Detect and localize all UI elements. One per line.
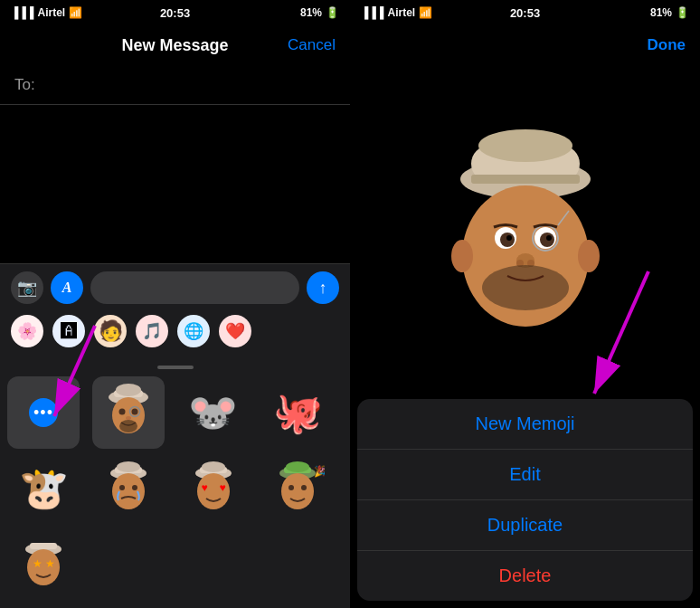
appstore2-icon: 🅰 [61, 322, 77, 341]
emoji-drawer: ••• [0, 358, 350, 608]
battery-icon: 🔋 [326, 6, 339, 19]
left-panel: ▐▐▐ Airtel 📶 20:53 81% 🔋 New Message Can… [0, 0, 350, 608]
left-battery: 81% 🔋 [300, 6, 339, 19]
emoji-grid: ••• [7, 376, 343, 601]
appstore-button[interactable]: A [51, 271, 83, 304]
mouse-memoji-cell[interactable]: 🐭 [177, 376, 250, 449]
memoji-avatar-small [101, 381, 156, 444]
right-battery: 81% 🔋 [650, 6, 689, 19]
toolbar-row2: 🌸 🅰 🧑 🎵 🌐 ❤️ [11, 311, 339, 351]
right-wifi-icon: 📶 [419, 6, 432, 19]
camera-icon: 📷 [17, 278, 37, 298]
globe-icon: 🌐 [184, 321, 203, 341]
globe-button[interactable]: 🌐 [177, 315, 210, 347]
right-panel: ▐▐▐ Airtel 📶 20:53 81% 🔋 Done [350, 0, 700, 608]
hearteyes-memoji-cell[interactable]: ♥ ♥ [177, 452, 250, 525]
left-time: 20:53 [160, 6, 190, 20]
carrier-name: Airtel [38, 6, 66, 19]
to-label: To: [14, 76, 35, 94]
appstore2-button[interactable]: 🅰 [52, 315, 85, 347]
svg-point-25 [289, 485, 294, 490]
right-status-bar: ▐▐▐ Airtel 📶 20:53 81% 🔋 [350, 0, 700, 25]
party-memoji-cell[interactable]: 🎉 [261, 452, 334, 525]
svg-text:★: ★ [45, 557, 55, 570]
crying-memoji-cell[interactable] [92, 452, 165, 525]
left-carrier: ▐▐▐ Airtel 📶 [11, 6, 82, 19]
done-button[interactable]: Done [648, 36, 686, 54]
svg-point-39 [451, 240, 473, 272]
wifi-icon: 📶 [69, 6, 82, 19]
heart-button[interactable]: ❤️ [219, 315, 251, 347]
right-carrier: ▐▐▐ Airtel 📶 [361, 6, 432, 19]
svg-text:♥: ♥ [219, 481, 225, 494]
svg-point-4 [118, 409, 125, 415]
more-emoji-button[interactable]: ••• [7, 376, 80, 449]
svg-rect-29 [30, 543, 57, 549]
cow-emoji: 🐮 [19, 465, 69, 512]
right-nav-bar: Done [350, 25, 700, 65]
photos-icon: 🌸 [17, 321, 37, 341]
svg-point-7 [126, 416, 131, 420]
to-field[interactable]: To: [0, 65, 350, 105]
hearteyes-memoji: ♥ ♥ [186, 457, 241, 520]
edit-button[interactable]: Edit [357, 450, 693, 500]
svg-point-36 [478, 129, 572, 162]
left-nav-bar: New Message Cancel [0, 25, 350, 65]
star-eyes-memoji-cell[interactable]: ★ ★ [7, 528, 80, 601]
input-toolbar: 📷 A ↑ 🌸 🅰 🧑 🎵 🌐 [0, 263, 350, 358]
more-dots-icon: ••• [29, 398, 58, 427]
music-button[interactable]: 🎵 [136, 315, 168, 347]
selected-memoji-cell[interactable] [92, 376, 165, 449]
new-memoji-button[interactable]: New Memoji [357, 399, 693, 450]
music-icon: 🎵 [142, 321, 162, 341]
svg-point-14 [132, 485, 137, 490]
memoji-large-avatar [435, 129, 616, 328]
svg-text:♥: ♥ [201, 481, 207, 494]
heart-icon: ❤️ [225, 321, 245, 341]
svg-point-52 [482, 265, 569, 310]
svg-point-17 [202, 461, 225, 472]
appstore-icon: A [62, 280, 72, 296]
octopus-emoji: 🐙 [273, 389, 323, 436]
photos-button[interactable]: 🌸 [11, 315, 43, 347]
crying-memoji [101, 457, 156, 520]
party-memoji: 🎉 [270, 457, 325, 520]
duplicate-button[interactable]: Duplicate [357, 500, 693, 551]
left-status-bar: ▐▐▐ Airtel 📶 20:53 81% 🔋 [0, 0, 350, 25]
mouse-emoji: 🐭 [188, 389, 238, 436]
right-battery-percent: 81% [650, 6, 672, 19]
svg-rect-37 [471, 175, 580, 184]
memoji-icon: 🧑 [99, 319, 123, 343]
drawer-handle [157, 366, 194, 369]
right-carrier-name: Airtel [388, 6, 416, 19]
send-button[interactable]: ↑ [307, 271, 339, 304]
svg-point-5 [131, 409, 137, 415]
svg-point-13 [119, 485, 125, 490]
delete-button[interactable]: Delete [357, 551, 693, 601]
svg-point-40 [578, 240, 600, 272]
svg-point-8 [119, 420, 137, 432]
camera-button[interactable]: 📷 [11, 271, 43, 304]
octopus-memoji-cell[interactable]: 🐙 [261, 376, 334, 449]
svg-point-26 [301, 485, 307, 490]
cow-memoji-cell[interactable]: 🐮 [7, 452, 80, 525]
svg-point-23 [286, 461, 309, 472]
send-icon: ↑ [319, 279, 327, 298]
cancel-button[interactable]: Cancel [288, 36, 336, 54]
svg-text:★: ★ [33, 557, 43, 570]
message-input[interactable] [90, 271, 299, 304]
svg-text:🎉: 🎉 [314, 464, 325, 478]
new-message-title: New Message [121, 36, 228, 55]
right-signal-bars: ▐▐▐ [361, 6, 384, 19]
memoji-button[interactable]: 🧑 [94, 315, 127, 347]
svg-point-24 [281, 473, 314, 509]
right-battery-icon: 🔋 [676, 6, 689, 19]
svg-point-2 [116, 384, 141, 396]
svg-point-45 [506, 235, 512, 241]
star-memoji: ★ ★ [16, 533, 71, 596]
message-area [0, 105, 350, 263]
right-time: 20:53 [510, 6, 540, 20]
action-sheet: New Memoji Edit Duplicate Delete [357, 399, 693, 601]
svg-point-12 [112, 473, 145, 509]
battery-percent: 81% [300, 6, 322, 19]
